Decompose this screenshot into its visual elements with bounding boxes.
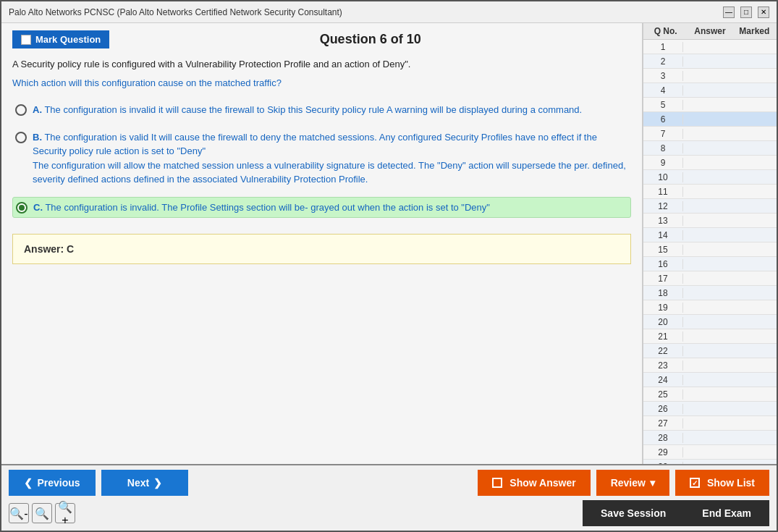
bottom-row2: 🔍- 🔍 🔍+ Save Session End Exam bbox=[9, 500, 769, 526]
question-list-row[interactable]: 16 bbox=[643, 257, 777, 271]
q-number: 27 bbox=[643, 418, 683, 428]
main-window: Palo Alto Networks PCNSC (Palo Alto Netw… bbox=[0, 0, 778, 532]
zoom-reset-button[interactable]: 🔍 bbox=[32, 503, 52, 523]
question-list-row[interactable]: 1 bbox=[643, 40, 777, 54]
show-answer-label: Show Answer bbox=[509, 477, 575, 489]
question-list-row[interactable]: 17 bbox=[643, 271, 777, 286]
maximize-button[interactable]: □ bbox=[740, 7, 752, 18]
q-number: 3 bbox=[643, 71, 683, 81]
question-list-row[interactable]: 12 bbox=[643, 199, 777, 214]
q-number: 19 bbox=[643, 303, 683, 313]
question-title: Question 6 of 10 bbox=[109, 32, 631, 47]
answer-label: Answer: C bbox=[24, 243, 74, 255]
review-label: Review bbox=[611, 477, 646, 489]
option-a-radio bbox=[15, 104, 27, 116]
chevron-right-icon bbox=[153, 477, 162, 489]
question-list-row[interactable]: 23 bbox=[643, 358, 777, 373]
mark-question-label: Mark Question bbox=[35, 34, 101, 45]
q-number: 25 bbox=[643, 389, 683, 400]
question-list-row[interactable]: 28 bbox=[643, 431, 777, 445]
option-a[interactable]: A. The configuration is invalid it will … bbox=[12, 100, 631, 120]
next-label: Next bbox=[127, 477, 149, 489]
title-bar: Palo Alto Networks PCNSC (Palo Alto Netw… bbox=[1, 1, 777, 23]
answer-box: Answer: C bbox=[12, 234, 631, 264]
sidebar-header: Q No. Answer Marked bbox=[643, 23, 777, 40]
question-list-row[interactable]: 26 bbox=[643, 402, 777, 416]
question-list-row[interactable]: 2 bbox=[643, 54, 777, 69]
question-list-row[interactable]: 18 bbox=[643, 286, 777, 300]
show-answer-checkbox-icon bbox=[492, 478, 502, 488]
q-number: 2 bbox=[643, 56, 683, 67]
question-list-row[interactable]: 24 bbox=[643, 373, 777, 387]
window-controls: — □ ✕ bbox=[723, 7, 769, 18]
q-number: 6 bbox=[643, 114, 683, 124]
question-list-row[interactable]: 6 bbox=[643, 112, 777, 127]
question-list-row[interactable]: 21 bbox=[643, 329, 777, 344]
q-number: 12 bbox=[643, 201, 683, 211]
main-content: Mark Question Question 6 of 10 A Securit… bbox=[1, 23, 777, 464]
window-title: Palo Alto Networks PCNSC (Palo Alto Netw… bbox=[9, 7, 342, 17]
question-list-row[interactable]: 19 bbox=[643, 300, 777, 315]
q-number: 17 bbox=[643, 274, 683, 284]
question-list-row[interactable]: 25 bbox=[643, 387, 777, 402]
save-session-label: Save Session bbox=[601, 507, 666, 519]
minimize-button[interactable]: — bbox=[723, 7, 735, 18]
end-exam-button[interactable]: End Exam bbox=[684, 500, 769, 526]
mark-question-button[interactable]: Mark Question bbox=[12, 30, 109, 48]
question-text1: A Security policy rule is configured wit… bbox=[12, 57, 631, 72]
sidebar-col-marked: Marked bbox=[732, 26, 777, 36]
chevron-left-icon bbox=[24, 477, 33, 489]
zoom-controls: 🔍- 🔍 🔍+ bbox=[9, 503, 75, 523]
option-b-radio bbox=[15, 132, 27, 143]
option-c-radio bbox=[16, 202, 28, 214]
next-button[interactable]: Next bbox=[101, 470, 188, 496]
previous-button[interactable]: Previous bbox=[9, 470, 96, 496]
question-list-row[interactable]: 3 bbox=[643, 69, 777, 83]
header-row: Mark Question Question 6 of 10 bbox=[12, 30, 631, 48]
option-c-letter: C. bbox=[33, 202, 43, 213]
question-list-row[interactable]: 4 bbox=[643, 83, 777, 98]
q-number: 13 bbox=[643, 216, 683, 226]
option-c[interactable]: C. The configuration is invalid. The Pro… bbox=[12, 197, 631, 219]
question-list-row[interactable]: 8 bbox=[643, 141, 777, 156]
question-list-row[interactable]: 27 bbox=[643, 416, 777, 431]
q-number: 14 bbox=[643, 230, 683, 240]
right-panel: Q No. Answer Marked 1 2 3 4 5 6 bbox=[643, 23, 777, 464]
option-a-text: A. The configuration is invalid it will … bbox=[33, 103, 582, 117]
question-list-row[interactable]: 13 bbox=[643, 214, 777, 228]
q-number: 21 bbox=[643, 332, 683, 342]
option-b[interactable]: B. The configuration is valid It will ca… bbox=[12, 127, 631, 190]
q-number: 26 bbox=[643, 404, 683, 414]
question-list-row[interactable]: 9 bbox=[643, 156, 777, 170]
save-session-button[interactable]: Save Session bbox=[583, 500, 684, 526]
close-button[interactable]: ✕ bbox=[758, 7, 769, 18]
q-number: 20 bbox=[643, 317, 683, 327]
zoom-out-button[interactable]: 🔍- bbox=[9, 503, 29, 523]
show-answer-button[interactable]: Show Answer bbox=[478, 470, 590, 496]
zoom-in-button[interactable]: 🔍+ bbox=[55, 503, 75, 523]
q-number: 7 bbox=[643, 129, 683, 139]
review-button[interactable]: Review ▾ bbox=[596, 470, 669, 496]
option-b-text: B. The configuration is valid It will ca… bbox=[33, 130, 628, 187]
question-list-row[interactable]: 15 bbox=[643, 242, 777, 257]
question-list-row[interactable]: 10 bbox=[643, 170, 777, 185]
show-list-checkbox-icon bbox=[690, 478, 700, 488]
q-number: 22 bbox=[643, 346, 683, 356]
question-list-row[interactable]: 5 bbox=[643, 98, 777, 112]
question-list-row[interactable]: 11 bbox=[643, 185, 777, 199]
question-list-row[interactable]: 7 bbox=[643, 127, 777, 141]
q-number: 8 bbox=[643, 143, 683, 153]
question-list-row[interactable]: 20 bbox=[643, 315, 777, 329]
question-list-row[interactable]: 29 bbox=[643, 445, 777, 460]
option-a-letter: A. bbox=[33, 104, 42, 115]
q-number: 16 bbox=[643, 259, 683, 269]
bottom-row1: Previous Next Show Answer Review ▾ Show … bbox=[9, 470, 769, 496]
show-list-label: Show List bbox=[707, 477, 755, 489]
previous-label: Previous bbox=[37, 477, 80, 489]
q-number: 4 bbox=[643, 85, 683, 96]
show-list-button[interactable]: Show List bbox=[675, 470, 769, 496]
question-list-row[interactable]: 14 bbox=[643, 228, 777, 242]
review-dropdown-icon: ▾ bbox=[650, 477, 655, 489]
question-list-row[interactable]: 22 bbox=[643, 344, 777, 358]
q-number: 9 bbox=[643, 158, 683, 168]
